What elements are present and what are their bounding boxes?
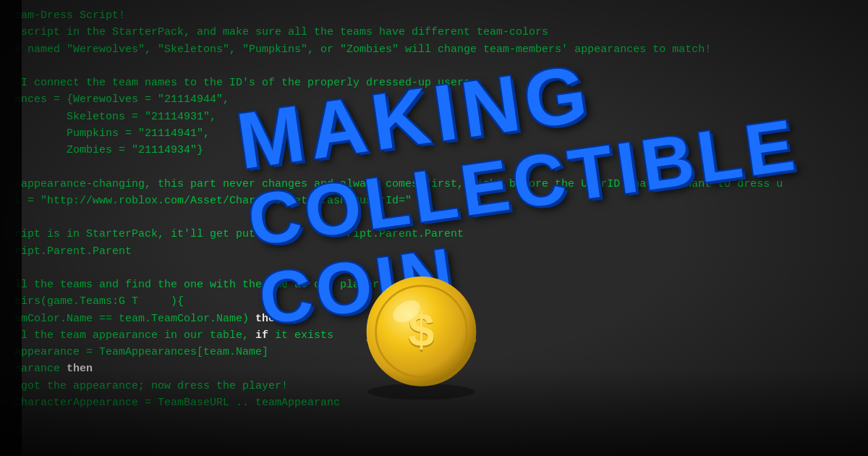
- coin-graphic: $ $: [354, 268, 488, 402]
- coin-container: $ $: [354, 268, 499, 413]
